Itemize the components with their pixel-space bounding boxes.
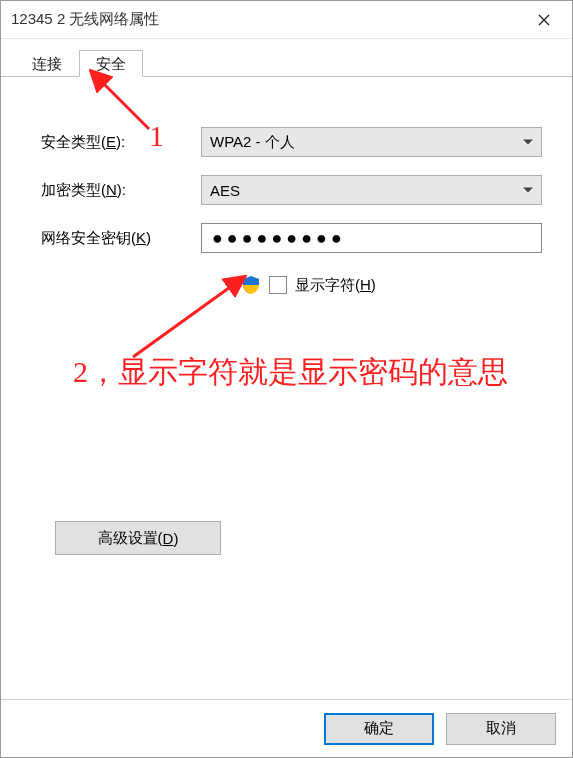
combo-security-type[interactable]: WPA2 - 个人 bbox=[201, 127, 542, 157]
input-network-key[interactable] bbox=[201, 223, 542, 253]
bottom-button-bar: 确定 取消 bbox=[1, 699, 572, 757]
form-area: 安全类型(E): WPA2 - 个人 加密类型(N): AES 网络安全密钥(K… bbox=[1, 77, 572, 295]
combo-encryption[interactable]: AES bbox=[201, 175, 542, 205]
row-encryption: 加密类型(N): AES bbox=[41, 175, 542, 205]
window-title: 12345 2 无线网络属性 bbox=[11, 10, 524, 29]
row-show-chars: 显示字符(H) bbox=[241, 275, 542, 295]
dialog-window: 12345 2 无线网络属性 连接 安全 安全类型(E): WPA2 - 个人 … bbox=[0, 0, 573, 758]
tab-bar: 连接 安全 bbox=[1, 39, 572, 77]
label-encryption: 加密类型(N): bbox=[41, 181, 201, 200]
svg-line-3 bbox=[133, 285, 233, 357]
cancel-button[interactable]: 取消 bbox=[446, 713, 556, 745]
advanced-settings-button[interactable]: 高级设置(D) bbox=[55, 521, 221, 555]
tab-security[interactable]: 安全 bbox=[79, 50, 143, 77]
chevron-down-icon bbox=[523, 140, 533, 145]
titlebar: 12345 2 无线网络属性 bbox=[1, 1, 572, 39]
row-key: 网络安全密钥(K) bbox=[41, 223, 542, 253]
close-button[interactable] bbox=[524, 5, 564, 35]
combo-security-type-value: WPA2 - 个人 bbox=[210, 133, 295, 152]
row-security-type: 安全类型(E): WPA2 - 个人 bbox=[41, 127, 542, 157]
ok-button[interactable]: 确定 bbox=[324, 713, 434, 745]
annotation-text-2: 2，显示字符就是显示密码的意思 bbox=[73, 349, 533, 394]
chevron-down-icon bbox=[523, 188, 533, 193]
combo-encryption-value: AES bbox=[210, 182, 240, 199]
tab-connect[interactable]: 连接 bbox=[15, 50, 79, 77]
shield-icon bbox=[241, 275, 261, 295]
label-security-type: 安全类型(E): bbox=[41, 133, 201, 152]
checkbox-show-chars[interactable] bbox=[269, 276, 287, 294]
label-key: 网络安全密钥(K) bbox=[41, 229, 201, 248]
close-icon bbox=[538, 14, 550, 26]
annotation-number-1: 1 bbox=[149, 119, 164, 153]
label-show-chars: 显示字符(H) bbox=[295, 276, 376, 295]
